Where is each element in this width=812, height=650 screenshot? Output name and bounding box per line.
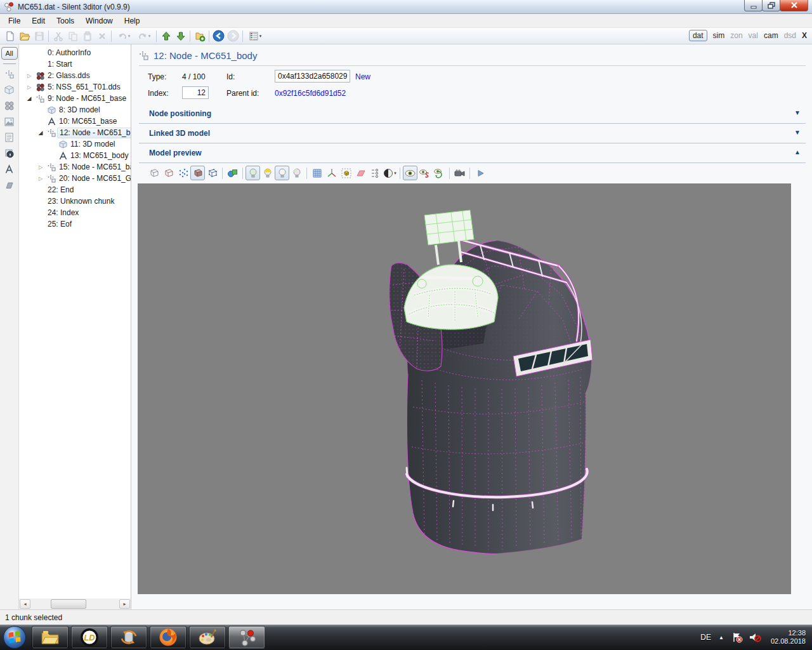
open-file-button[interactable] [17, 29, 32, 43]
tray-expand-icon[interactable]: ▲ [719, 635, 724, 640]
light-yellow-button[interactable] [260, 166, 275, 180]
taskbar-explorer-button[interactable] [32, 626, 69, 649]
tab-zon[interactable]: zon [730, 31, 742, 40]
tree-item[interactable]: 11: 3D model [19, 138, 131, 150]
filter-model-button[interactable] [3, 83, 16, 96]
paste-button[interactable] [80, 29, 95, 43]
origin-button[interactable] [368, 166, 383, 180]
tab-val[interactable]: val [749, 31, 758, 40]
language-indicator[interactable]: DE [700, 633, 711, 642]
expander-collapsed-icon[interactable]: ▷ [36, 164, 46, 170]
copy-button[interactable] [65, 29, 80, 43]
close-file-button[interactable]: X [802, 31, 807, 40]
navigate-back-button[interactable] [211, 29, 226, 43]
close-button[interactable] [780, 0, 808, 11]
play-button[interactable] [473, 166, 487, 180]
grid-button[interactable] [310, 166, 324, 180]
taskbar-paint-button[interactable] [189, 626, 226, 649]
vertices-button[interactable] [176, 166, 190, 180]
tree-item-selected[interactable]: ◢12: Node - MC651_bo [19, 127, 131, 138]
tree-item[interactable]: ▷5: NSS_651_T01.dds [19, 81, 131, 93]
index-input[interactable] [182, 86, 209, 99]
menu-window[interactable]: Window [80, 15, 119, 27]
menu-file[interactable]: File [3, 15, 26, 27]
menu-edit[interactable]: Edit [26, 15, 51, 27]
filter-image-button[interactable] [3, 115, 16, 128]
action-center-icon[interactable] [731, 632, 743, 643]
model-viewport[interactable] [138, 183, 791, 594]
tree-item[interactable]: 25: Eof [19, 218, 131, 230]
undo-button[interactable]: ▾ [114, 29, 134, 43]
start-button[interactable] [2, 625, 27, 650]
scroll-left-arrow[interactable]: ◂ [20, 599, 30, 609]
volume-muted-icon[interactable] [749, 632, 761, 643]
pivot-cube-button[interactable] [339, 166, 353, 180]
filter-all-button[interactable]: All [1, 47, 18, 60]
tab-dat[interactable]: dat [689, 30, 707, 41]
solid-button[interactable] [190, 166, 205, 180]
filter-document-button[interactable] [3, 131, 16, 144]
list-view-button[interactable]: ▾ [245, 29, 265, 43]
move-up-button[interactable] [159, 29, 173, 43]
id-input[interactable] [275, 70, 350, 83]
light-white-button[interactable] [275, 166, 289, 180]
tab-cam[interactable]: cam [764, 31, 778, 40]
wireframe-alt-button[interactable] [161, 166, 176, 180]
undo-dropdown-icon[interactable]: ▾ [128, 34, 131, 39]
save-file-button[interactable] [32, 29, 46, 43]
section-model-preview[interactable]: Model preview ▲ [139, 143, 806, 163]
list-view-dropdown-icon[interactable]: ▾ [259, 34, 262, 39]
add-chunk-button[interactable] [192, 29, 207, 43]
tree-item[interactable]: 10: MC651_base [19, 116, 131, 127]
minimize-button[interactable] [744, 0, 763, 11]
tree-item[interactable]: 23: Unknown chunk [19, 196, 131, 207]
taskbar-silent-3ditor-button[interactable] [228, 626, 265, 649]
tree-item[interactable]: 24: Index [19, 207, 131, 218]
redo-dropdown-icon[interactable]: ▾ [148, 34, 151, 39]
shading-button[interactable]: ▾ [383, 166, 397, 180]
tree-item[interactable]: ▷20: Node - MC651_Gla [19, 173, 131, 184]
view-eye-button[interactable] [403, 166, 417, 180]
navigate-forward-button[interactable] [226, 29, 240, 43]
cut-button[interactable] [51, 29, 65, 43]
bounding-box-button[interactable] [205, 166, 219, 180]
chevron-up-icon[interactable]: ▲ [794, 149, 801, 156]
clock[interactable]: 12:38 02.08.2018 [771, 629, 806, 646]
filter-shape-button[interactable] [3, 178, 16, 192]
axes-button[interactable] [324, 166, 339, 180]
shading-dropdown-icon[interactable]: ▾ [394, 171, 396, 176]
taskbar-firefox-button[interactable] [150, 626, 187, 649]
light-soft-button[interactable] [246, 166, 260, 180]
tree-item[interactable]: ◢9: Node - MC651_base [19, 93, 131, 104]
redo-button[interactable]: ▾ [134, 29, 154, 43]
tab-dsd[interactable]: dsd [784, 31, 796, 40]
new-file-button[interactable] [3, 29, 17, 43]
view-selection-button[interactable] [417, 166, 432, 180]
camera-button[interactable] [452, 166, 467, 180]
tree-item[interactable]: 13: MC651_body [19, 150, 131, 161]
expander-collapsed-icon[interactable]: ▷ [24, 84, 34, 90]
expander-collapsed-icon[interactable]: ▷ [24, 73, 34, 79]
filter-info-button[interactable] [3, 147, 16, 160]
view-rotate-button[interactable] [432, 166, 447, 180]
menu-help[interactable]: Help [119, 15, 146, 27]
expander-collapsed-icon[interactable]: ▷ [36, 176, 46, 182]
restore-button[interactable] [762, 0, 780, 11]
primitives-button[interactable] [225, 166, 240, 180]
filter-text-button[interactable] [3, 162, 16, 176]
expander-expanded-icon[interactable]: ◢ [24, 95, 34, 102]
scrollbar-track[interactable] [30, 599, 119, 609]
tab-sim[interactable]: sim [713, 31, 725, 40]
move-down-button[interactable] [173, 29, 188, 43]
clip-plane-button[interactable] [353, 166, 368, 180]
taskbar-model-viewer-button[interactable] [110, 626, 147, 649]
taskbar-ld-tool-button[interactable]: LD [71, 626, 108, 649]
chevron-down-icon[interactable]: ▼ [794, 109, 801, 116]
filter-node-button[interactable] [3, 67, 16, 81]
delete-button[interactable] [95, 29, 109, 43]
light-color-button[interactable] [289, 166, 304, 180]
expander-expanded-icon[interactable]: ◢ [36, 129, 46, 136]
wireframe-button[interactable] [147, 166, 161, 180]
tree-item[interactable]: 0: AuthorInfo [19, 47, 131, 58]
tree-item[interactable]: ▷2: Glass.dds [19, 70, 131, 81]
